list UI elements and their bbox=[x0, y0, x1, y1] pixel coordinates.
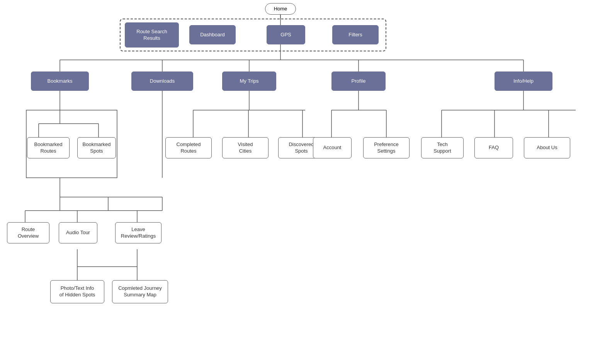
info-help-node[interactable]: Info/Help bbox=[495, 71, 552, 91]
preference-settings-node[interactable]: Preference Settings bbox=[363, 137, 410, 158]
visited-cities-node[interactable]: Visited Cities bbox=[222, 137, 269, 158]
downloads-node[interactable]: Downloads bbox=[131, 71, 193, 91]
bookmarked-spots-node[interactable]: Bookmarked Spots bbox=[77, 137, 116, 158]
completed-routes-node[interactable]: Completed Routes bbox=[165, 137, 212, 158]
tech-support-node[interactable]: Tech Support bbox=[421, 137, 464, 158]
filters-node[interactable]: Filters bbox=[332, 25, 379, 44]
bookmarks-node[interactable]: Bookmarks bbox=[31, 71, 89, 91]
gps-node[interactable]: GPS bbox=[267, 25, 305, 44]
route-overview-node[interactable]: Route Overview bbox=[7, 222, 49, 243]
leave-review-node[interactable]: Leave Review/Ratings bbox=[115, 222, 161, 243]
audio-tour-node[interactable]: Audio Tour bbox=[59, 222, 97, 243]
route-search-node[interactable]: Route Search Results bbox=[125, 22, 179, 48]
bookmarked-routes-node[interactable]: Bookmarked Routes bbox=[27, 137, 70, 158]
account-node[interactable]: Account bbox=[313, 137, 352, 158]
about-us-node[interactable]: About Us bbox=[524, 137, 570, 158]
my-trips-node[interactable]: My Trips bbox=[222, 71, 276, 91]
profile-node[interactable]: Profile bbox=[331, 71, 386, 91]
home-node[interactable]: Home bbox=[265, 3, 296, 15]
completed-journey-node[interactable]: Copmleted Journey Summary Map bbox=[112, 280, 168, 303]
dashboard-node[interactable]: Dashboard bbox=[189, 25, 236, 44]
faq-node[interactable]: FAQ bbox=[474, 137, 513, 158]
sitemap-diagram: Home Route Search Results Dashboard GPS … bbox=[0, 0, 605, 364]
photo-text-info-node[interactable]: Photo/Text Info of Hidden Spots bbox=[50, 280, 104, 303]
